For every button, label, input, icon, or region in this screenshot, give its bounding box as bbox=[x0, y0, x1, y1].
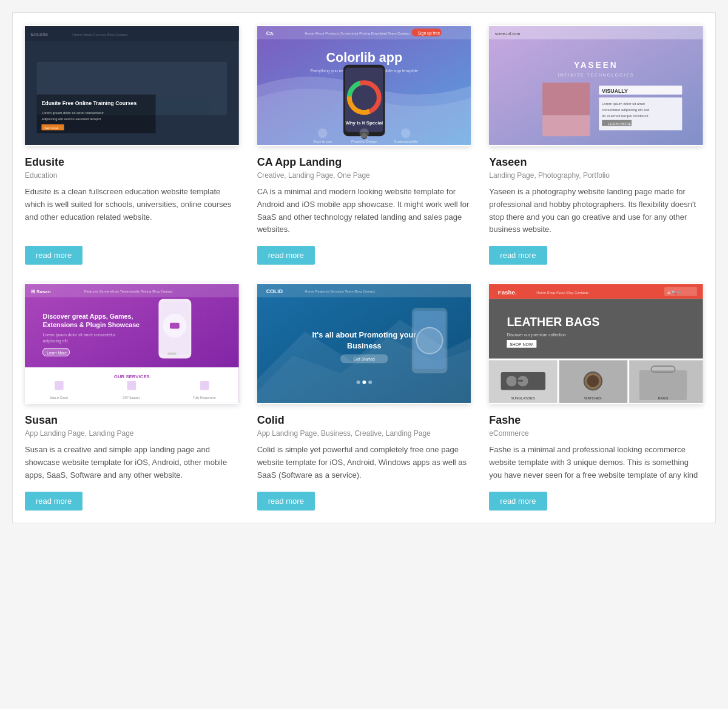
svg-text:SHOP NOW: SHOP NOW bbox=[510, 342, 533, 347]
svg-point-87 bbox=[368, 381, 372, 384]
card-tags-edusite: Education bbox=[25, 171, 239, 180]
card-tags-yaseen: Landing Page, Photography, Portfolio bbox=[489, 171, 703, 180]
svg-point-86 bbox=[362, 381, 366, 384]
svg-text:Easy to use: Easy to use bbox=[313, 140, 332, 143]
svg-text:LEARN MORE: LEARN MORE bbox=[608, 122, 632, 126]
card-image-edusite: Edusite Home About Courses Blog Contact … bbox=[25, 25, 239, 146]
read-more-button-colid[interactable]: read more bbox=[257, 492, 315, 511]
svg-rect-111 bbox=[639, 370, 687, 400]
svg-text:It's all about Promoting your: It's all about Promoting your bbox=[312, 330, 416, 339]
svg-point-30 bbox=[401, 129, 411, 138]
svg-text:adipiscing elit.: adipiscing elit. bbox=[42, 339, 69, 344]
svg-text:Fully Responsive: Fully Responsive bbox=[193, 396, 215, 399]
read-more-button-yaseen[interactable]: read more bbox=[489, 246, 547, 265]
svg-text:do eiusmod tempor incididunt: do eiusmod tempor incididunt bbox=[602, 114, 649, 118]
card-description-yaseen: Yaseen is a photography website landing … bbox=[489, 186, 703, 236]
svg-text:⊞ Susan: ⊞ Susan bbox=[31, 289, 51, 294]
read-more-button-edusite[interactable]: read more bbox=[25, 246, 83, 265]
svg-text:adipiscing elit sed do eiusmod: adipiscing elit sed do eiusmod tempor bbox=[41, 117, 101, 121]
svg-text:Discover great Apps, Games,: Discover great Apps, Games, bbox=[42, 313, 133, 320]
card-tags-ca-app: Creative, Landing Page, One Page bbox=[257, 171, 471, 180]
svg-text:YASEEN: YASEEN bbox=[574, 61, 618, 70]
svg-text:INFINITE TECHNOLOGIES: INFINITE TECHNOLOGIES bbox=[558, 73, 635, 77]
card-title-ca-app: CA App Landing bbox=[257, 156, 471, 169]
svg-text:Why is It Special: Why is It Special bbox=[345, 120, 383, 126]
svg-rect-67 bbox=[127, 381, 136, 390]
card-title-edusite: Edusite bbox=[25, 156, 239, 169]
card-image-colid: COLID Home Features Services Team Blog C… bbox=[257, 283, 471, 404]
svg-text:COLID: COLID bbox=[266, 288, 282, 294]
card-tags-susan: App Landing Page, Landing Page bbox=[25, 429, 239, 438]
card-edusite: Edusite Home About Courses Blog Contact … bbox=[25, 25, 239, 265]
svg-text:Home  Features  Services  Team: Home Features Services Team Blog Contact bbox=[305, 290, 375, 293]
card-description-ca-app: CA is a minimal and modern looking websi… bbox=[257, 186, 471, 236]
svg-rect-40 bbox=[542, 83, 590, 115]
card-image-fashe: Fashe. Home Shop About Blog Contacts ☰ 🔍… bbox=[489, 283, 703, 404]
card-ca-app: Ca. Home About Products Screenshot Prici… bbox=[257, 25, 471, 265]
svg-rect-106 bbox=[517, 380, 523, 382]
card-tags-colid: App Landing Page, Business, Creative, La… bbox=[257, 429, 471, 438]
card-description-fashe: Fashe is a minimal and professional look… bbox=[489, 444, 703, 481]
svg-text:Business: Business bbox=[347, 341, 382, 350]
card-description-susan: Susan is a creative and simple app landi… bbox=[25, 444, 239, 481]
svg-text:Discover our premium collectio: Discover our premium collection bbox=[507, 333, 567, 338]
svg-text:VISUALLY: VISUALLY bbox=[602, 88, 628, 94]
svg-rect-66 bbox=[55, 381, 64, 390]
svg-text:Sign up free: Sign up free bbox=[417, 31, 440, 36]
svg-text:BAGS: BAGS bbox=[658, 396, 668, 400]
card-tags-fashe: eCommerce bbox=[489, 429, 703, 438]
svg-text:Customizability: Customizability bbox=[394, 140, 417, 143]
svg-text:Home  About  Products  Screens: Home About Products Screenshot Pricing D… bbox=[305, 32, 410, 35]
svg-text:Extensions & Plugin Showcase: Extensions & Plugin Showcase bbox=[42, 321, 140, 328]
card-title-susan: Susan bbox=[25, 414, 239, 427]
card-title-yaseen: Yaseen bbox=[489, 156, 703, 169]
svg-text:Features  Screenshots  Testimo: Features Screenshots Testimonials Pricin… bbox=[84, 290, 173, 293]
svg-point-29 bbox=[359, 129, 369, 138]
card-image-ca-app: Ca. Home About Products Screenshot Prici… bbox=[257, 25, 471, 146]
svg-text:SUNGLASSES: SUNGLASSES bbox=[511, 396, 535, 400]
card-description-colid: Colid is simple yet powerful and complet… bbox=[257, 444, 471, 481]
svg-text:consectetur adipiscing elit se: consectetur adipiscing elit sed bbox=[602, 108, 649, 112]
svg-rect-63 bbox=[170, 323, 180, 329]
card-fashe: Fashe. Home Shop About Blog Contacts ☰ 🔍… bbox=[489, 283, 703, 510]
svg-text:Data in Cloud: Data in Cloud bbox=[50, 396, 68, 399]
read-more-button-ca-app[interactable]: read more bbox=[257, 246, 315, 265]
svg-text:☰  🔍  🛒: ☰ 🔍 🛒 bbox=[667, 290, 682, 295]
svg-text:some-url.com: some-url.com bbox=[495, 32, 521, 36]
svg-rect-95 bbox=[489, 299, 703, 359]
card-susan: ⊞ Susan Features Screenshots Testimonial… bbox=[25, 283, 239, 510]
svg-text:Home  Shop  About  Blog  Conta: Home Shop About Blog Contacts bbox=[537, 291, 589, 294]
card-yaseen: some-url.com YASEEN INFINITE TECHNOLOGIE… bbox=[489, 25, 703, 265]
card-title-fashe: Fashe bbox=[489, 414, 703, 427]
read-more-button-susan[interactable]: read more bbox=[25, 492, 83, 511]
svg-text:Get Free: Get Free bbox=[44, 126, 58, 130]
card-title-colid: Colid bbox=[257, 414, 471, 427]
svg-rect-35 bbox=[489, 26, 703, 39]
template-grid: Edusite Home About Courses Blog Contact … bbox=[12, 12, 716, 523]
svg-text:Lorem ipsum dolor sit amet: Lorem ipsum dolor sit amet bbox=[602, 102, 645, 106]
svg-point-109 bbox=[587, 375, 599, 387]
card-description-edusite: Edusite is a clean fullscreen education … bbox=[25, 186, 239, 236]
svg-rect-61 bbox=[167, 353, 177, 355]
svg-text:LEATHER BAGS: LEATHER BAGS bbox=[507, 315, 600, 328]
svg-text:Get Started: Get Started bbox=[353, 358, 374, 362]
svg-text:Lorem ipsum dolor sit amet con: Lorem ipsum dolor sit amet consectetur bbox=[42, 333, 116, 338]
svg-rect-68 bbox=[200, 381, 209, 390]
card-image-yaseen: some-url.com YASEEN INFINITE TECHNOLOGIE… bbox=[489, 25, 703, 146]
svg-text:Edusite Free Online Training C: Edusite Free Online Training Courses bbox=[41, 100, 136, 106]
svg-text:OUR SERVICES: OUR SERVICES bbox=[114, 374, 150, 379]
svg-point-84 bbox=[416, 328, 442, 354]
svg-text:24/7 Support: 24/7 Support bbox=[123, 396, 140, 399]
svg-text:WATCHES: WATCHES bbox=[584, 396, 602, 400]
svg-point-104 bbox=[506, 375, 518, 387]
svg-text:Powerful Design: Powerful Design bbox=[351, 140, 377, 143]
svg-point-85 bbox=[356, 381, 360, 384]
svg-text:Colorlib app: Colorlib app bbox=[326, 50, 402, 65]
svg-text:Lorem ipsum dolor sit amet con: Lorem ipsum dolor sit amet consectetur bbox=[41, 111, 104, 115]
svg-point-28 bbox=[318, 129, 328, 138]
read-more-button-fashe[interactable]: read more bbox=[489, 492, 547, 511]
card-image-susan: ⊞ Susan Features Screenshots Testimonial… bbox=[25, 283, 239, 404]
svg-text:Fashe.: Fashe. bbox=[498, 289, 517, 296]
svg-text:Ca.: Ca. bbox=[266, 30, 274, 36]
svg-text:Learn More: Learn More bbox=[47, 351, 67, 355]
